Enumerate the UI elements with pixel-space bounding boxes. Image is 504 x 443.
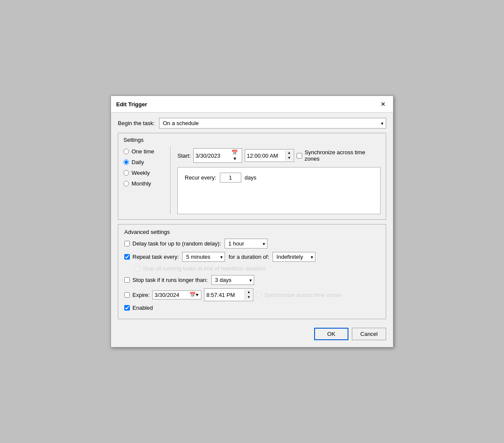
stop-repetition-checkbox — [135, 266, 140, 271]
radio-one-time-input[interactable] — [123, 149, 129, 154]
begin-task-row: Begin the task: On a schedule At log on … — [118, 118, 386, 129]
expire-sync-checkbox — [256, 292, 261, 298]
button-row: OK Cancel — [118, 324, 386, 342]
stop-task-checkbox[interactable] — [124, 277, 130, 283]
radio-one-time[interactable]: One time — [123, 148, 164, 155]
stop-repetition-row: Stop all running tasks at end of repetit… — [135, 265, 380, 272]
expire-row: Expire: 📅▾ ▲ ▼ Synchronize across time z… — [124, 288, 380, 301]
duration-label: for a duration of: — [228, 254, 269, 260]
start-label: Start: — [177, 153, 191, 159]
stop-task-row: Stop task if it runs longer than: 1 hour… — [124, 275, 380, 285]
enabled-checkbox[interactable] — [124, 305, 130, 311]
date-input-wrapper: 📅▾ — [193, 148, 242, 163]
repeat-task-row: Repeat task every: 5 minutes 10 minutes … — [124, 252, 380, 262]
begin-task-label: Begin the task: — [118, 120, 155, 126]
expire-date-input[interactable] — [154, 292, 189, 298]
radio-column: One time Daily Weekly Monthly — [123, 147, 171, 214]
days-label: days — [245, 174, 256, 181]
stop-task-select-wrapper: 1 hour 2 hours 4 hours 8 hours 1 day 3 d… — [211, 275, 254, 285]
repeat-task-check[interactable]: Repeat task every: — [124, 254, 179, 260]
expire-label: Expire: — [132, 292, 150, 298]
expire-cal-button[interactable]: 📅▾ — [189, 292, 199, 298]
radio-weekly[interactable]: Weekly — [123, 170, 164, 176]
duration-select-wrapper: Indefinitely 15 minutes 30 minutes 1 hou… — [273, 252, 315, 262]
stop-task-label: Stop task if it runs longer than: — [132, 277, 208, 283]
expire-time-spin: ▲ ▼ — [245, 290, 252, 300]
radio-daily-input[interactable] — [123, 159, 129, 165]
expire-check[interactable]: Expire: — [124, 292, 150, 298]
settings-label: Settings — [123, 137, 381, 143]
delay-task-checkbox[interactable] — [124, 241, 130, 246]
settings-inner: One time Daily Weekly Monthly — [123, 147, 381, 214]
expire-sync-label: Synchronize across time zones — [264, 292, 341, 298]
start-time-input[interactable] — [247, 153, 285, 159]
expire-checkbox[interactable] — [124, 292, 130, 298]
duration-select[interactable]: Indefinitely 15 minutes 30 minutes 1 hou… — [273, 252, 315, 262]
radio-monthly[interactable]: Monthly — [123, 180, 164, 187]
close-button[interactable]: ✕ — [378, 99, 388, 109]
expire-sync-check[interactable]: Synchronize across time zones — [256, 292, 341, 298]
stop-repetition-check[interactable]: Stop all running tasks at end of repetit… — [135, 265, 265, 272]
dialog-body: Begin the task: On a schedule At log on … — [111, 113, 393, 347]
radio-one-time-label: One time — [132, 148, 154, 155]
radio-weekly-label: Weekly — [132, 170, 150, 176]
time-down-button[interactable]: ▼ — [286, 156, 293, 161]
sync-checkbox[interactable] — [297, 153, 302, 159]
enabled-label: Enabled — [132, 305, 153, 311]
recur-box: Recur every: days — [177, 167, 381, 214]
repeat-interval-select[interactable]: 5 minutes 10 minutes 15 minutes 30 minut… — [182, 252, 225, 262]
radio-daily[interactable]: Daily — [123, 159, 164, 165]
enabled-check[interactable]: Enabled — [124, 305, 153, 311]
expire-time-up-button[interactable]: ▲ — [245, 290, 252, 295]
stop-task-check[interactable]: Stop task if it runs longer than: — [124, 277, 208, 283]
right-panel: Start: 📅▾ ▲ ▼ — [171, 147, 381, 214]
start-row: Start: 📅▾ ▲ ▼ — [177, 148, 381, 163]
delay-task-check[interactable]: Delay task for up to (random delay): — [124, 240, 221, 247]
stop-task-select[interactable]: 1 hour 2 hours 4 hours 8 hours 1 day 3 d… — [211, 275, 254, 285]
repeat-task-label: Repeat task every: — [132, 254, 179, 260]
recur-input[interactable] — [220, 173, 241, 183]
ok-button[interactable]: OK — [314, 328, 348, 340]
repeat-interval-select-wrapper: 5 minutes 10 minutes 15 minutes 30 minut… — [182, 252, 225, 262]
repeat-task-checkbox[interactable] — [124, 254, 130, 260]
time-input-wrapper: ▲ ▼ — [245, 149, 294, 162]
cancel-button[interactable]: Cancel — [352, 328, 386, 340]
calendar-button[interactable]: 📅▾ — [230, 150, 240, 162]
delay-task-label: Delay task for up to (random delay): — [132, 240, 221, 247]
expire-time-down-button[interactable]: ▼ — [245, 295, 252, 300]
edit-trigger-dialog: Edit Trigger ✕ Begin the task: On a sche… — [111, 96, 393, 347]
begin-task-select[interactable]: On a schedule At log on At startup On id… — [159, 118, 386, 129]
delay-select[interactable]: 30 minutes 1 hour 2 hours 4 hours 8 hour… — [225, 239, 267, 248]
sync-check-row[interactable]: Synchronize across time zones — [297, 149, 381, 162]
time-spin-group: ▲ ▼ — [285, 150, 293, 161]
dialog-title: Edit Trigger — [116, 101, 147, 108]
stop-repetition-label: Stop all running tasks at end of repetit… — [143, 265, 265, 272]
expire-date-wrapper: 📅▾ — [152, 290, 201, 299]
delay-task-row: Delay task for up to (random delay): 30 … — [124, 239, 380, 248]
enabled-row: Enabled — [124, 305, 380, 311]
recur-label: Recur every: — [185, 174, 216, 181]
advanced-label: Advanced settings — [124, 229, 380, 235]
time-up-button[interactable]: ▲ — [286, 150, 293, 156]
sync-label: Synchronize across time zones — [305, 149, 381, 162]
delay-select-wrapper: 30 minutes 1 hour 2 hours 4 hours 8 hour… — [225, 239, 267, 248]
radio-daily-label: Daily — [132, 159, 144, 165]
begin-task-select-wrapper: On a schedule At log on At startup On id… — [159, 118, 386, 129]
title-bar: Edit Trigger ✕ — [111, 96, 393, 113]
recur-row: Recur every: days — [185, 173, 373, 183]
expire-time-input[interactable] — [206, 292, 245, 298]
radio-weekly-input[interactable] — [123, 170, 129, 176]
radio-monthly-label: Monthly — [132, 180, 151, 187]
start-date-input[interactable] — [195, 153, 230, 159]
radio-monthly-input[interactable] — [123, 181, 129, 186]
expire-time-wrapper: ▲ ▼ — [204, 288, 253, 301]
settings-section: Settings One time Daily Weekly — [118, 133, 386, 220]
advanced-settings-section: Advanced settings Delay task for up to (… — [118, 224, 386, 319]
